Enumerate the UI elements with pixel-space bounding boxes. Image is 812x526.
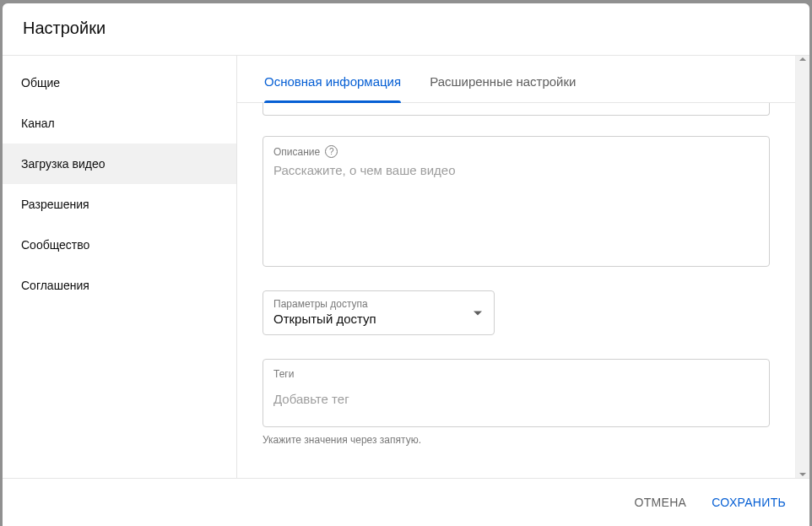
settings-modal: Настройки Общие Канал Загрузка видео Раз… <box>3 3 809 526</box>
description-placeholder: Расскажите, о чем ваше видео <box>273 163 759 177</box>
tags-label: Теги <box>273 368 759 380</box>
sidebar-item-general[interactable]: Общие <box>3 62 236 103</box>
tabs: Основная информация Расширенные настройк… <box>237 56 795 103</box>
tab-label: Основная информация <box>264 74 401 89</box>
modal-header: Настройки <box>3 3 809 56</box>
tab-basic-info[interactable]: Основная информация <box>264 56 401 102</box>
access-select[interactable]: Параметры доступа Открытый доступ <box>263 290 495 335</box>
settings-sidebar: Общие Канал Загрузка видео Разрешения Со… <box>3 56 237 478</box>
scroll-up-icon[interactable] <box>799 57 806 61</box>
description-label-text: Описание <box>273 146 320 158</box>
chevron-down-icon <box>474 311 482 315</box>
sidebar-item-channel[interactable]: Канал <box>3 103 236 144</box>
help-icon[interactable]: ? <box>325 145 338 158</box>
select-label: Параметры доступа <box>273 298 484 310</box>
sidebar-item-community[interactable]: Сообщество <box>3 225 236 265</box>
save-button[interactable]: СОХРАНИТЬ <box>708 491 789 514</box>
scrollbar[interactable] <box>795 56 809 478</box>
scroll-down-icon[interactable] <box>799 473 806 476</box>
sidebar-item-label: Сообщество <box>21 238 89 252</box>
tab-label: Расширенные настройки <box>430 74 576 89</box>
modal-footer: ОТМЕНА СОХРАНИТЬ <box>3 478 809 526</box>
tags-hint: Укажите значения через запятую. <box>263 434 770 446</box>
sidebar-item-label: Разрешения <box>21 198 89 211</box>
access-select-wrap: Параметры доступа Открытый доступ <box>263 290 495 335</box>
select-value: Открытый доступ <box>273 312 484 326</box>
sidebar-item-label: Загрузка видео <box>21 157 106 171</box>
modal-title: Настройки <box>23 19 789 38</box>
modal-body: Общие Канал Загрузка видео Разрешения Со… <box>3 56 809 478</box>
title-field-cutoff[interactable] <box>263 103 770 116</box>
tags-field[interactable]: Теги Добавьте тег <box>263 359 770 427</box>
sidebar-item-label: Соглашения <box>21 279 89 292</box>
sidebar-item-agreements[interactable]: Соглашения <box>3 265 236 306</box>
description-field[interactable]: Описание ? Расскажите, о чем ваше видео <box>263 136 770 267</box>
sidebar-item-upload-defaults[interactable]: Загрузка видео <box>3 144 236 184</box>
sidebar-item-label: Канал <box>21 117 55 130</box>
sidebar-item-label: Общие <box>21 76 60 89</box>
form-area: Описание ? Расскажите, о чем ваше видео … <box>237 103 795 478</box>
field-label: Описание ? <box>273 145 759 158</box>
tab-advanced-settings[interactable]: Расширенные настройки <box>430 56 576 102</box>
sidebar-item-permissions[interactable]: Разрешения <box>3 184 236 225</box>
content-pane: Основная информация Расширенные настройк… <box>237 56 809 478</box>
tags-placeholder: Добавьте тег <box>273 392 759 406</box>
cancel-button[interactable]: ОТМЕНА <box>631 491 690 514</box>
